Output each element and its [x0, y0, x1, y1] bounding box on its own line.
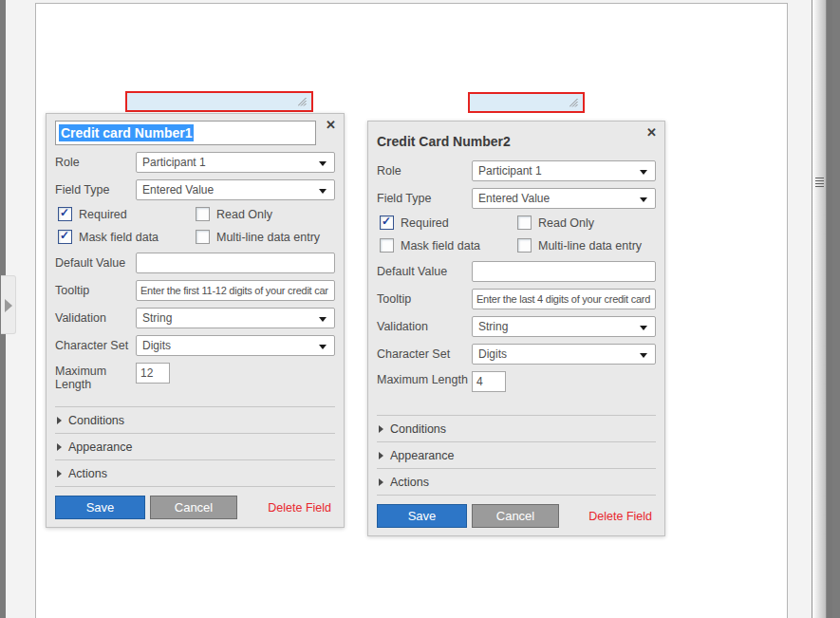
- max-length-value: 12: [140, 366, 153, 380]
- max-length-row: Maximum Length 12: [55, 363, 335, 397]
- save-button[interactable]: Save: [55, 496, 145, 519]
- actions-section[interactable]: Actions: [55, 459, 335, 486]
- read-only-checkbox[interactable]: Read Only: [517, 215, 594, 230]
- document-canvas: ✕ Credit card Number1 Role Participant 1…: [6, 0, 817, 618]
- resize-handle-icon[interactable]: [569, 99, 578, 107]
- role-row: Role Participant 1: [377, 160, 656, 181]
- expand-arrow-icon: [57, 443, 62, 451]
- validation-label: Validation: [55, 311, 136, 325]
- default-value-label: Default Value: [377, 265, 472, 278]
- checkbox-icon[interactable]: [380, 238, 394, 253]
- role-label: Role: [377, 164, 472, 178]
- multiline-checkbox[interactable]: Multi-line data entry: [517, 238, 642, 253]
- conditions-section[interactable]: Conditions: [55, 406, 335, 433]
- tooltip-input[interactable]: Enter the first 11-12 digits of your cre…: [136, 280, 335, 301]
- tooltip-row: Tooltip Enter the first 11-12 digits of …: [55, 280, 335, 301]
- read-only-checkbox[interactable]: Read Only: [196, 207, 272, 221]
- field-type-row: Field Type Entered Value: [55, 179, 335, 200]
- conditions-section[interactable]: Conditions: [377, 415, 656, 441]
- checkbox-icon[interactable]: [196, 207, 210, 221]
- required-checkbox[interactable]: Required: [380, 215, 517, 230]
- close-icon[interactable]: ✕: [646, 126, 657, 139]
- multiline-label: Multi-line data entry: [538, 239, 642, 253]
- max-length-row: Maximum Length 4: [377, 371, 656, 405]
- credit-card-number2-field[interactable]: [468, 92, 585, 113]
- field-type-label: Field Type: [55, 183, 136, 197]
- role-value: Participant 1: [478, 164, 542, 178]
- expand-arrow-icon: [379, 452, 383, 459]
- appearance-label: Appearance: [390, 449, 454, 462]
- appearance-label: Appearance: [68, 440, 132, 454]
- field-properties-dialog-1: ✕ Credit card Number1 Role Participant 1…: [46, 113, 345, 528]
- max-length-input[interactable]: 4: [472, 371, 506, 392]
- validation-select[interactable]: String: [136, 308, 335, 328]
- mask-field-data-checkbox[interactable]: Mask field data: [380, 238, 517, 253]
- expand-arrow-icon: [57, 470, 62, 478]
- read-only-label: Read Only: [538, 216, 594, 230]
- field-type-select[interactable]: Entered Value: [136, 179, 335, 200]
- field-name-selected-text: Credit card Number1: [59, 124, 194, 141]
- field-type-row: Field Type Entered Value: [377, 188, 656, 209]
- character-set-value: Digits: [478, 347, 507, 361]
- max-length-label: Maximum Length: [377, 371, 472, 386]
- scrollbar-grip-icon[interactable]: [815, 178, 824, 188]
- conditions-label: Conditions: [390, 422, 446, 436]
- checkbox-icon[interactable]: [196, 230, 210, 244]
- mask-field-data-label: Mask field data: [401, 239, 480, 253]
- character-set-select[interactable]: Digits: [472, 344, 656, 365]
- character-set-label: Character Set: [377, 347, 472, 361]
- character-set-row: Character Set Digits: [55, 335, 335, 356]
- dialog-title: Credit Card Number2: [377, 134, 656, 149]
- cancel-button[interactable]: Cancel: [150, 496, 237, 519]
- role-label: Role: [55, 156, 136, 169]
- multiline-checkbox[interactable]: Multi-line data entry: [196, 230, 320, 244]
- mask-field-data-checkbox[interactable]: Mask field data: [58, 230, 196, 244]
- checkbox-icon[interactable]: [58, 230, 72, 244]
- validation-label: Validation: [377, 320, 472, 333]
- max-length-label: Maximum Length: [55, 363, 136, 391]
- appearance-section[interactable]: Appearance: [377, 441, 656, 468]
- character-set-value: Digits: [142, 339, 171, 352]
- checkbox-icon[interactable]: [58, 207, 72, 221]
- field-name-input[interactable]: Credit card Number1: [55, 121, 316, 145]
- required-checkbox[interactable]: Required: [58, 207, 196, 221]
- checkbox-icon[interactable]: [517, 238, 532, 253]
- role-value: Participant 1: [142, 156, 206, 169]
- actions-label: Actions: [68, 467, 107, 480]
- save-button[interactable]: Save: [377, 504, 467, 528]
- vertical-scrollbar[interactable]: [812, 0, 827, 618]
- dialog-buttons: Save Cancel Delete Field: [55, 486, 335, 519]
- role-select[interactable]: Participant 1: [472, 160, 656, 181]
- checkbox-icon[interactable]: [517, 215, 532, 230]
- resize-handle-icon[interactable]: [298, 98, 307, 106]
- read-only-label: Read Only: [216, 208, 272, 221]
- default-value-row: Default Value: [55, 253, 335, 273]
- character-set-label: Character Set: [55, 339, 136, 352]
- default-value-input[interactable]: [136, 253, 335, 273]
- actions-section[interactable]: Actions: [377, 468, 656, 495]
- appearance-section[interactable]: Appearance: [55, 433, 335, 459]
- checkbox-icon[interactable]: [380, 215, 394, 230]
- field-type-select[interactable]: Entered Value: [472, 188, 656, 209]
- default-value-input[interactable]: [472, 261, 656, 282]
- validation-select[interactable]: String: [472, 316, 656, 337]
- character-set-select[interactable]: Digits: [136, 335, 335, 356]
- document-page: ✕ Credit card Number1 Role Participant 1…: [35, 3, 788, 618]
- max-length-value: 4: [476, 375, 483, 388]
- tooltip-row: Tooltip Enter the last 4 digits of your …: [377, 289, 656, 309]
- close-icon[interactable]: ✕: [326, 119, 336, 131]
- cancel-button[interactable]: Cancel: [472, 504, 559, 528]
- validation-value: String: [478, 320, 508, 333]
- role-select[interactable]: Participant 1: [136, 152, 335, 173]
- authoring-workspace: ✕ Credit card Number1 Role Participant 1…: [0, 0, 840, 618]
- credit-card-number1-field[interactable]: [125, 91, 313, 112]
- tooltip-input[interactable]: Enter the last 4 digits of your credit c…: [472, 289, 656, 309]
- max-length-input[interactable]: 12: [136, 363, 170, 384]
- default-value-label: Default Value: [55, 256, 136, 270]
- validation-row: Validation String: [55, 308, 335, 328]
- tooltip-text: Enter the last 4 digits of your credit c…: [476, 293, 650, 305]
- conditions-label: Conditions: [68, 414, 124, 427]
- delete-field-link[interactable]: Delete Field: [588, 510, 656, 523]
- delete-field-link[interactable]: Delete Field: [268, 501, 335, 515]
- left-panel-expand-button[interactable]: [1, 275, 16, 334]
